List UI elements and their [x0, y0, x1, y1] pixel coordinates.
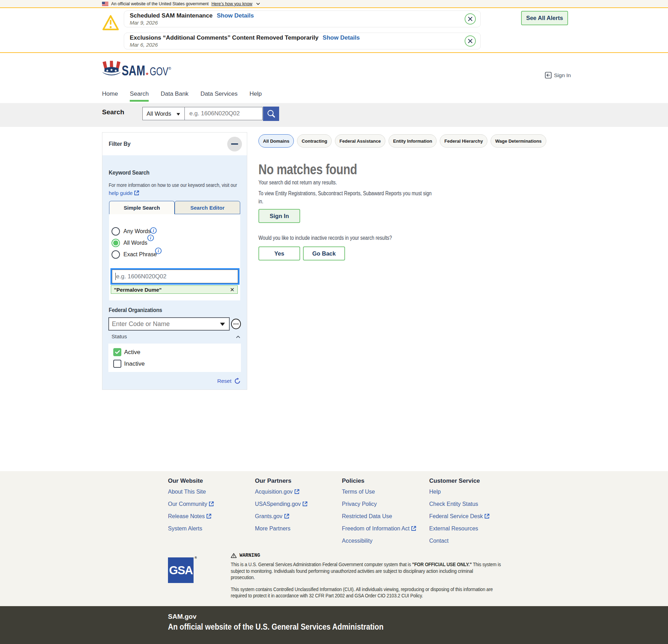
svg-text:i: i: [153, 228, 154, 233]
svg-text:®: ®: [168, 66, 171, 70]
svg-text:SAM: SAM: [122, 63, 145, 77]
svg-text:i: i: [158, 249, 159, 253]
svg-text:i: i: [150, 236, 151, 240]
svg-text:GOV: GOV: [150, 65, 168, 77]
